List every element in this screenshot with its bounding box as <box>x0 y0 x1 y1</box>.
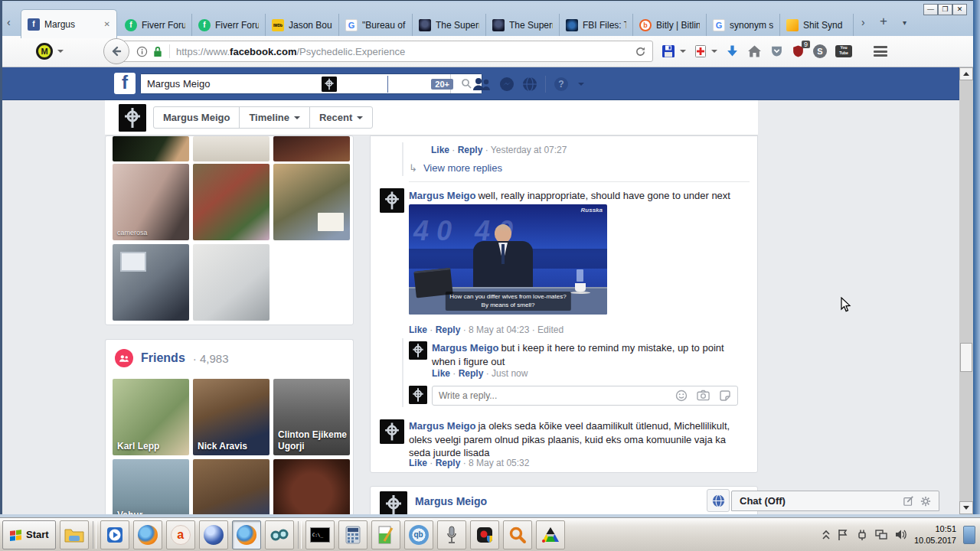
taskbar-clock[interactable]: 10:51 10.05.2017 <box>914 523 956 546</box>
sticker-icon[interactable] <box>719 390 731 402</box>
ublock-button[interactable]: 9 <box>792 44 805 58</box>
tab-facebook[interactable]: f Margus ✕ <box>21 9 117 38</box>
photo-tile[interactable]: camerosa <box>113 164 189 240</box>
taskbar-color-app-button[interactable] <box>536 520 565 549</box>
tab-scroll-left-button[interactable]: ‹ <box>7 16 11 28</box>
home-link[interactable]: Home <box>396 78 423 90</box>
friend-requests-icon[interactable] <box>472 77 492 91</box>
reply-link[interactable]: Reply <box>427 458 460 468</box>
recent-button[interactable]: Recent <box>310 107 372 128</box>
gear-icon[interactable] <box>920 496 931 507</box>
addon-page-button[interactable] <box>694 44 707 58</box>
timeline-button[interactable]: Timeline <box>240 107 310 128</box>
like-link[interactable]: Like <box>431 145 449 155</box>
power-plug-icon[interactable] <box>856 529 868 541</box>
extension-m-icon[interactable]: M <box>36 43 53 60</box>
like-link[interactable]: Like <box>409 458 427 468</box>
tray-expand-icon[interactable] <box>822 530 830 540</box>
photo-tile[interactable] <box>113 244 189 321</box>
tab-overflow-button[interactable]: › <box>861 16 865 28</box>
menu-button[interactable] <box>874 46 887 57</box>
save-page-button[interactable] <box>662 44 675 58</box>
home-button[interactable] <box>747 44 762 58</box>
https-lock-icon[interactable] <box>152 46 163 57</box>
comment-author-link[interactable]: Margus Meigo <box>409 420 475 432</box>
maximize-button[interactable]: ❐ <box>938 4 952 15</box>
comment-avatar[interactable] <box>380 188 404 213</box>
post-author-link[interactable]: Margus Meigo <box>415 495 487 507</box>
messenger-icon[interactable] <box>499 77 514 92</box>
friend-tile[interactable]: Vahur Vahtramägi <box>113 459 189 514</box>
comment-author-link[interactable]: Margus Meigo <box>432 342 498 354</box>
post-avatar[interactable] <box>380 491 407 514</box>
taskbar-explorer-button[interactable] <box>60 520 89 549</box>
start-button[interactable]: Start <box>2 520 56 549</box>
comment-author-link[interactable]: Margus Meigo <box>409 190 475 201</box>
tab-close-icon[interactable]: ✕ <box>104 20 110 28</box>
url-bar[interactable]: https://www.facebook.com/Psychedelic.Exp… <box>117 41 653 62</box>
friend-tile[interactable]: Karl Lepp <box>113 379 189 455</box>
friend-tile[interactable]: Justin Rolls <box>193 459 270 514</box>
downloads-button[interactable] <box>726 44 739 58</box>
photo-tile[interactable] <box>113 136 189 161</box>
taskbar-notepad-button[interactable] <box>371 520 400 549</box>
help-icon[interactable]: ? <box>554 77 569 92</box>
youtube-extension-button[interactable]: You Tube <box>835 45 852 57</box>
tab-imdb[interactable]: IMDbJason Bour <box>266 14 339 36</box>
taskbar-audacity-button[interactable]: a <box>166 520 195 549</box>
scroll-up-button[interactable] <box>959 67 973 80</box>
tab-fiverr-1[interactable]: fFiverr Foru <box>119 14 192 36</box>
comment-avatar[interactable] <box>380 419 404 444</box>
tab-fbi[interactable]: FBI Files: T <box>560 14 633 36</box>
reply-link[interactable]: Reply <box>449 145 482 155</box>
tab-google-1[interactable]: G"Bureau of <box>339 14 413 36</box>
taskbar-recorder-button[interactable] <box>470 520 499 549</box>
tab-supernatural-2[interactable]: The Supern <box>486 14 560 36</box>
taskbar-microphone-button[interactable] <box>437 520 466 549</box>
back-button[interactable] <box>103 38 129 64</box>
taskbar-binoculars-button[interactable] <box>265 520 294 549</box>
friend-tile[interactable]: Clinton Ejikeme Ugorji <box>273 379 350 455</box>
taskbar-seamonkey-button[interactable] <box>199 520 228 549</box>
reply-input[interactable] <box>433 390 675 401</box>
taskbar-cmd-button[interactable]: C:\_ <box>305 520 335 549</box>
action-center-flag-icon[interactable] <box>837 529 849 541</box>
photo-tile[interactable] <box>193 164 270 240</box>
friends-title[interactable]: Friends <box>141 351 185 365</box>
profile-avatar[interactable] <box>119 104 146 132</box>
friend-tile[interactable]: Nick Aravis <box>193 379 270 455</box>
post-privacy-button[interactable] <box>707 489 730 512</box>
like-link[interactable]: Like <box>409 324 427 335</box>
notifications-globe-icon[interactable] <box>522 77 537 92</box>
like-link[interactable]: Like <box>432 368 450 379</box>
view-more-replies[interactable]: ↳View more replies <box>409 162 502 174</box>
facebook-logo[interactable]: f <box>114 73 136 94</box>
s-extension-button[interactable]: S <box>813 44 827 58</box>
photo-tile[interactable] <box>193 244 270 321</box>
camera-icon[interactable] <box>697 390 710 401</box>
minimize-button[interactable]: — <box>923 4 938 15</box>
tab-shit-syndicate[interactable]: Shit Synd <box>780 14 854 36</box>
taskbar-calculator-button[interactable] <box>338 520 368 549</box>
taskbar-media-player-button[interactable] <box>100 520 129 549</box>
close-button[interactable]: ✕ <box>952 4 967 15</box>
info-icon[interactable] <box>136 46 148 57</box>
tab-fiverr-2[interactable]: fFiverr Foru <box>192 14 266 36</box>
photo-tile[interactable] <box>273 164 350 240</box>
taskbar-search-button[interactable] <box>503 520 532 549</box>
profile-name-button[interactable]: Margus Meigo <box>154 107 240 128</box>
scroll-down-button[interactable] <box>959 501 973 514</box>
speaker-icon[interactable] <box>895 529 907 540</box>
tab-list-button[interactable]: ▾ <box>903 18 906 27</box>
reload-icon[interactable] <box>635 46 646 57</box>
friend-tile[interactable]: Hugues Payens <box>273 459 350 514</box>
url-text[interactable]: https://www.facebook.com/Psychedelic.Exp… <box>176 46 629 57</box>
profile-link[interactable]: Margus <box>345 78 380 90</box>
tab-google-2[interactable]: Gsynonym s <box>707 14 780 36</box>
pocket-button[interactable] <box>770 44 783 58</box>
tab-bitly[interactable]: bBitly | Bitlin <box>633 14 707 36</box>
reply-avatar[interactable] <box>409 341 427 360</box>
addon-dropdown-caret[interactable] <box>711 50 717 53</box>
photo-tile[interactable] <box>193 136 270 161</box>
emoji-icon[interactable] <box>675 390 688 402</box>
